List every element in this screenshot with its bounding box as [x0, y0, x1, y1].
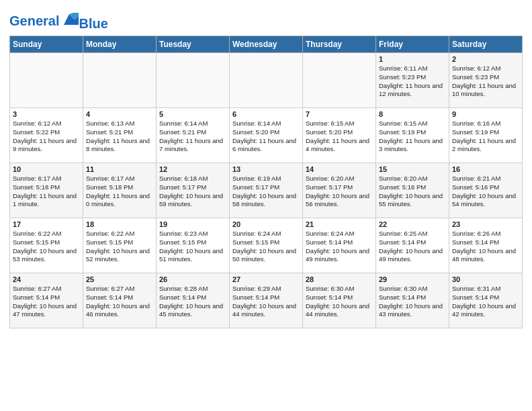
- day-info: Daylight: 11 hours and 6 minutes.: [232, 137, 300, 154]
- day-info: Daylight: 10 hours and 50 minutes.: [232, 247, 300, 265]
- day-number: 16: [452, 165, 519, 173]
- calendar-cell: 18Sunrise: 6:22 AMSunset: 5:15 PMDayligh…: [83, 218, 157, 273]
- calendar-week-3: 10Sunrise: 6:17 AMSunset: 5:18 PMDayligh…: [10, 163, 523, 218]
- calendar-cell: 23Sunrise: 6:26 AMSunset: 5:14 PMDayligh…: [449, 218, 523, 273]
- calendar-cell: 10Sunrise: 6:17 AMSunset: 5:18 PMDayligh…: [10, 163, 83, 218]
- day-number: 29: [379, 275, 446, 283]
- calendar-cell: [83, 53, 157, 108]
- day-number: 19: [159, 220, 226, 228]
- calendar-cell: 3Sunrise: 6:12 AMSunset: 5:22 PMDaylight…: [10, 108, 83, 163]
- logo: General Blue: [9, 9, 108, 32]
- day-info: Sunset: 5:19 PM: [379, 128, 446, 137]
- day-info: Daylight: 11 hours and 9 minutes.: [13, 137, 80, 154]
- day-info: Sunrise: 6:22 AM: [13, 230, 80, 238]
- day-number: 21: [306, 220, 373, 228]
- calendar-cell: 29Sunrise: 6:30 AMSunset: 5:14 PMDayligh…: [376, 273, 449, 328]
- calendar-week-2: 3Sunrise: 6:12 AMSunset: 5:22 PMDaylight…: [10, 108, 523, 163]
- day-number: 20: [232, 220, 300, 228]
- calendar-cell: 27Sunrise: 6:29 AMSunset: 5:14 PMDayligh…: [230, 273, 303, 328]
- calendar-week-4: 17Sunrise: 6:22 AMSunset: 5:15 PMDayligh…: [10, 218, 523, 273]
- calendar-header-thursday: Thursday: [303, 36, 376, 53]
- day-info: Daylight: 10 hours and 58 minutes.: [232, 192, 300, 210]
- day-info: Sunrise: 6:21 AM: [452, 175, 519, 183]
- calendar-cell: 25Sunrise: 6:27 AMSunset: 5:14 PMDayligh…: [83, 273, 157, 328]
- calendar-cell: [303, 53, 376, 108]
- day-info: Sunset: 5:20 PM: [306, 128, 373, 137]
- day-info: Sunset: 5:23 PM: [379, 73, 446, 82]
- day-info: Daylight: 10 hours and 46 minutes.: [86, 302, 153, 320]
- day-info: Sunrise: 6:24 AM: [306, 230, 373, 238]
- day-info: Sunrise: 6:30 AM: [306, 285, 373, 293]
- day-number: 25: [86, 275, 153, 283]
- calendar-cell: 22Sunrise: 6:25 AMSunset: 5:14 PMDayligh…: [376, 218, 449, 273]
- calendar-cell: 26Sunrise: 6:28 AMSunset: 5:14 PMDayligh…: [157, 273, 230, 328]
- day-info: Daylight: 10 hours and 47 minutes.: [13, 302, 80, 320]
- day-number: 28: [306, 275, 373, 283]
- calendar-cell: 8Sunrise: 6:15 AMSunset: 5:19 PMDaylight…: [376, 108, 449, 163]
- day-info: Sunset: 5:14 PM: [379, 293, 446, 302]
- day-info: Sunrise: 6:13 AM: [86, 120, 153, 128]
- day-info: Sunset: 5:14 PM: [159, 293, 226, 302]
- calendar-cell: 4Sunrise: 6:13 AMSunset: 5:21 PMDaylight…: [83, 108, 157, 163]
- day-info: Sunrise: 6:29 AM: [232, 285, 300, 293]
- calendar-cell: 9Sunrise: 6:16 AMSunset: 5:19 PMDaylight…: [449, 108, 523, 163]
- day-info: Daylight: 11 hours and 10 minutes.: [452, 82, 519, 99]
- day-info: Sunrise: 6:26 AM: [452, 230, 519, 238]
- day-info: Sunrise: 6:19 AM: [232, 175, 300, 183]
- logo-blue-text: Blue: [79, 16, 107, 31]
- calendar-cell: 28Sunrise: 6:30 AMSunset: 5:14 PMDayligh…: [303, 273, 376, 328]
- calendar-header-monday: Monday: [83, 36, 157, 53]
- calendar-cell: 14Sunrise: 6:20 AMSunset: 5:17 PMDayligh…: [303, 163, 376, 218]
- day-info: Daylight: 10 hours and 48 minutes.: [452, 247, 519, 265]
- day-info: Daylight: 10 hours and 55 minutes.: [379, 192, 446, 210]
- calendar-header-tuesday: Tuesday: [157, 36, 230, 53]
- calendar-cell: 2Sunrise: 6:12 AMSunset: 5:23 PMDaylight…: [449, 53, 523, 108]
- day-info: Sunrise: 6:14 AM: [232, 120, 300, 128]
- day-number: 9: [452, 110, 519, 118]
- day-info: Daylight: 10 hours and 54 minutes.: [452, 192, 519, 210]
- day-info: Sunrise: 6:27 AM: [86, 285, 153, 293]
- header: General Blue: [9, 7, 523, 32]
- day-info: Sunrise: 6:30 AM: [379, 285, 446, 293]
- calendar-header-saturday: Saturday: [449, 36, 523, 53]
- day-info: Sunset: 5:14 PM: [232, 293, 300, 302]
- day-info: Sunset: 5:15 PM: [86, 238, 153, 247]
- day-number: 14: [306, 165, 373, 173]
- calendar-table: SundayMondayTuesdayWednesdayThursdayFrid…: [9, 36, 523, 328]
- day-info: Sunset: 5:14 PM: [452, 293, 519, 302]
- day-info: Daylight: 11 hours and 4 minutes.: [306, 137, 373, 154]
- day-info: Sunset: 5:15 PM: [13, 238, 80, 247]
- day-info: Sunset: 5:14 PM: [379, 238, 446, 247]
- day-info: Daylight: 11 hours and 3 minutes.: [379, 137, 446, 154]
- day-info: Sunrise: 6:12 AM: [452, 64, 519, 73]
- day-number: 7: [306, 110, 373, 118]
- day-info: Daylight: 10 hours and 49 minutes.: [306, 247, 373, 265]
- calendar-cell: 19Sunrise: 6:23 AMSunset: 5:15 PMDayligh…: [157, 218, 230, 273]
- calendar-header-friday: Friday: [376, 36, 449, 53]
- day-info: Daylight: 11 hours and 0 minutes.: [86, 192, 153, 210]
- day-info: Daylight: 10 hours and 51 minutes.: [159, 247, 226, 265]
- day-info: Sunrise: 6:31 AM: [452, 285, 519, 293]
- day-number: 24: [13, 275, 80, 283]
- day-number: 12: [159, 165, 226, 173]
- day-number: 18: [86, 220, 153, 228]
- calendar-cell: 5Sunrise: 6:14 AMSunset: 5:21 PMDaylight…: [157, 108, 230, 163]
- calendar-week-1: 1Sunrise: 6:11 AMSunset: 5:23 PMDaylight…: [10, 53, 523, 108]
- day-info: Sunset: 5:16 PM: [379, 183, 446, 192]
- calendar-cell: 20Sunrise: 6:24 AMSunset: 5:15 PMDayligh…: [230, 218, 303, 273]
- day-info: Daylight: 11 hours and 12 minutes.: [379, 82, 446, 99]
- day-number: 10: [13, 165, 80, 173]
- day-info: Daylight: 10 hours and 45 minutes.: [159, 302, 226, 320]
- day-number: 27: [232, 275, 300, 283]
- day-info: Sunrise: 6:24 AM: [232, 230, 300, 238]
- calendar-cell: [230, 53, 303, 108]
- day-info: Sunset: 5:16 PM: [452, 183, 519, 192]
- day-info: Sunrise: 6:17 AM: [86, 175, 153, 183]
- day-number: 1: [379, 55, 446, 63]
- day-info: Daylight: 10 hours and 44 minutes.: [306, 302, 373, 320]
- day-number: 3: [13, 110, 80, 118]
- day-number: 17: [13, 220, 80, 228]
- day-number: 6: [232, 110, 300, 118]
- calendar-cell: 6Sunrise: 6:14 AMSunset: 5:20 PMDaylight…: [230, 108, 303, 163]
- day-info: Sunrise: 6:18 AM: [159, 175, 226, 183]
